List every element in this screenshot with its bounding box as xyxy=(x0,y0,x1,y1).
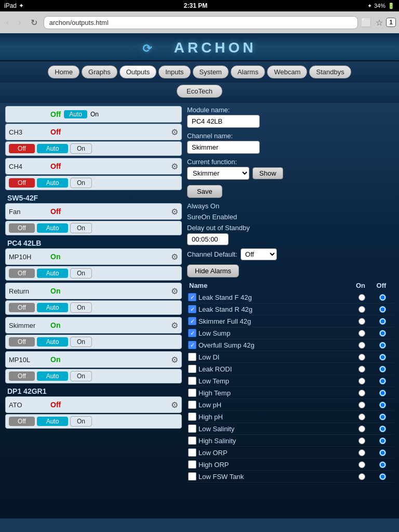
mp10h-on-button[interactable]: On xyxy=(70,268,92,278)
radio-on-overfull-sump[interactable] xyxy=(358,342,365,349)
mp10l-on-button[interactable]: On xyxy=(70,371,92,381)
skimmer-auto-button[interactable]: Auto xyxy=(37,337,68,347)
alarm-check-high-salinity[interactable] xyxy=(188,436,196,445)
skimmer-off-button[interactable]: Off xyxy=(9,337,35,347)
radio-off-leak-stand-r[interactable] xyxy=(379,306,386,313)
gear-icon-ch3[interactable]: ⚙ xyxy=(171,127,178,137)
alarm-check-low-orp[interactable] xyxy=(188,448,196,457)
share-icon[interactable]: ⬜ xyxy=(361,18,371,28)
ch4-off-button[interactable]: Off xyxy=(9,178,35,188)
return-off-button[interactable]: Off xyxy=(9,303,35,312)
radio-on-leak-rodi[interactable] xyxy=(358,366,365,373)
gear-icon-fan[interactable]: ⚙ xyxy=(171,207,178,217)
alarm-check-high-ph[interactable] xyxy=(188,413,196,421)
channel-default-select[interactable]: Off On Auto xyxy=(241,248,277,260)
mp10l-off-button[interactable]: Off xyxy=(9,371,35,381)
radio-off-low-di[interactable] xyxy=(379,354,386,361)
gear-icon-skimmer[interactable]: ⚙ xyxy=(171,321,178,330)
nav-system[interactable]: System xyxy=(193,65,229,78)
radio-off-low-fsw-tank[interactable] xyxy=(379,473,386,480)
radio-on-low-ph[interactable] xyxy=(358,402,365,408)
ch3-auto-button[interactable]: Auto xyxy=(37,144,68,153)
back-button[interactable]: ‹ xyxy=(3,17,12,28)
radio-on-leak-stand-f[interactable] xyxy=(358,294,365,301)
radio-off-leak-rodi[interactable] xyxy=(379,366,386,373)
nav-ecotech[interactable]: EcoTech xyxy=(177,85,222,98)
radio-off-low-orp[interactable] xyxy=(379,449,386,456)
radio-on-high-temp[interactable] xyxy=(358,390,365,396)
alarm-check-high-orp[interactable] xyxy=(188,460,196,469)
module-name-input[interactable] xyxy=(187,115,260,128)
skimmer-on-button[interactable]: On xyxy=(70,337,92,347)
alarm-check-leak-stand-r[interactable]: ✓ xyxy=(188,305,196,313)
gear-icon-ato[interactable]: ⚙ xyxy=(171,400,178,410)
radio-on-skimmer-full[interactable] xyxy=(358,318,365,325)
radio-off-low-salinity[interactable] xyxy=(379,425,386,432)
radio-on-high-orp[interactable] xyxy=(358,461,365,468)
mp10h-off-button[interactable]: Off xyxy=(9,269,35,278)
refresh-button[interactable]: ↻ xyxy=(28,17,41,29)
bookmark-icon[interactable]: ☆ xyxy=(376,18,383,28)
gear-icon-mp10h[interactable]: ⚙ xyxy=(171,252,178,262)
ato-on-button[interactable]: On xyxy=(70,416,92,427)
return-auto-button[interactable]: Auto xyxy=(37,303,68,312)
save-button[interactable]: Save xyxy=(187,185,222,198)
ato-off-button[interactable]: Off xyxy=(9,417,35,426)
alarm-check-low-sump[interactable]: ✓ xyxy=(188,329,196,337)
delay-time-input[interactable] xyxy=(187,233,229,245)
nav-outputs[interactable]: Outputs xyxy=(119,65,157,78)
radio-on-leak-stand-r[interactable] xyxy=(358,306,365,313)
ch4-auto-button[interactable]: Auto xyxy=(37,178,68,188)
nav-alarms[interactable]: Alarms xyxy=(231,65,265,78)
radio-on-low-temp[interactable] xyxy=(358,378,365,384)
alarm-check-low-di[interactable] xyxy=(188,353,196,361)
gear-icon-ch4[interactable]: ⚙ xyxy=(171,162,178,171)
alarm-check-low-temp[interactable] xyxy=(188,377,196,385)
channel-name-input[interactable] xyxy=(187,141,260,154)
radio-off-skimmer-full[interactable] xyxy=(379,318,386,325)
radio-on-high-ph[interactable] xyxy=(358,414,365,420)
radio-on-low-sump[interactable] xyxy=(358,330,365,337)
gear-icon-mp10l[interactable]: ⚙ xyxy=(171,355,178,365)
radio-off-overfull-sump[interactable] xyxy=(379,342,386,349)
tab-badge[interactable]: 1 xyxy=(386,18,396,27)
hide-alarms-button[interactable]: Hide Alarms xyxy=(187,264,239,277)
alarm-check-overfull-sump[interactable]: ✓ xyxy=(188,341,196,349)
radio-off-high-temp[interactable] xyxy=(379,390,386,396)
alarm-check-skimmer-full[interactable]: ✓ xyxy=(188,317,196,325)
radio-off-high-salinity[interactable] xyxy=(379,437,386,444)
radio-off-high-ph[interactable] xyxy=(379,414,386,420)
radio-off-low-temp[interactable] xyxy=(379,378,386,384)
return-on-button[interactable]: On xyxy=(70,302,92,313)
nav-inputs[interactable]: Inputs xyxy=(158,65,190,78)
radio-off-low-ph[interactable] xyxy=(379,402,386,408)
radio-on-high-salinity[interactable] xyxy=(358,437,365,444)
ch3-on-button[interactable]: On xyxy=(70,143,92,154)
fan-on-button[interactable]: On xyxy=(70,223,92,233)
fan-off-button[interactable]: Off xyxy=(9,223,35,233)
alarm-check-low-ph[interactable] xyxy=(188,401,196,409)
show-button[interactable]: Show xyxy=(252,167,283,179)
ch3-off-button[interactable]: Off xyxy=(9,144,35,153)
forward-button[interactable]: › xyxy=(15,17,24,28)
nav-home[interactable]: Home xyxy=(48,65,79,78)
radio-on-low-fsw-tank[interactable] xyxy=(358,473,365,480)
alarm-check-leak-rodi[interactable] xyxy=(188,365,196,373)
radio-on-low-di[interactable] xyxy=(358,354,365,361)
radio-on-low-salinity[interactable] xyxy=(358,425,365,432)
radio-off-leak-stand-f[interactable] xyxy=(379,294,386,301)
nav-standbys[interactable]: Standbys xyxy=(309,65,351,78)
radio-off-high-orp[interactable] xyxy=(379,461,386,468)
mp10l-auto-button[interactable]: Auto xyxy=(37,371,68,381)
alarm-check-low-fsw-tank[interactable] xyxy=(188,472,196,481)
nav-webcam[interactable]: Webcam xyxy=(267,65,307,78)
unnamed-auto[interactable]: Auto xyxy=(64,110,87,118)
mp10h-auto-button[interactable]: Auto xyxy=(37,269,68,278)
nav-graphs[interactable]: Graphs xyxy=(82,65,117,78)
alarm-check-high-temp[interactable] xyxy=(188,389,196,397)
address-bar[interactable]: archon/outputs.html xyxy=(44,16,358,29)
alarm-check-low-salinity[interactable] xyxy=(188,424,196,433)
radio-on-low-orp[interactable] xyxy=(358,449,365,456)
ato-auto-button[interactable]: Auto xyxy=(37,417,68,426)
fan-auto-button[interactable]: Auto xyxy=(37,223,68,233)
